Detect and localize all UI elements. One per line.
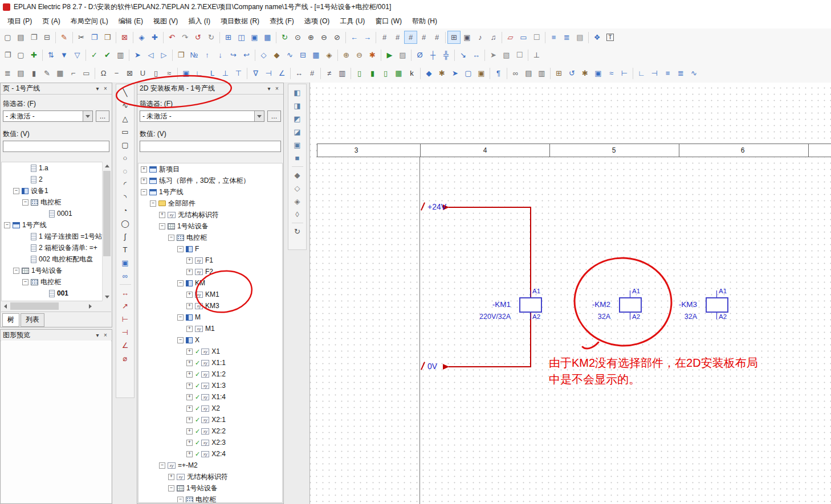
expand-icon[interactable]: + (186, 326, 193, 332)
scroll-right-icon[interactable] (86, 302, 95, 310)
tree-item-KM3[interactable]: +xyKM3 (138, 300, 282, 312)
undo-list-icon[interactable]: ↺ (192, 31, 205, 44)
rect-tool-icon[interactable]: ▭ (80, 67, 93, 80)
check-project-icon[interactable]: ✓ (88, 48, 101, 62)
component-box-KM1[interactable] (519, 297, 542, 313)
arc-center-icon[interactable]: ◜ (119, 178, 132, 191)
rect-v-icon[interactable]: ▯ (149, 67, 162, 80)
object-snap-icon[interactable]: ▣ (461, 31, 474, 44)
grid-3-icon[interactable]: # (404, 31, 417, 44)
approx-icon[interactable]: ≈ (162, 67, 176, 80)
page-down-icon[interactable]: ↓ (214, 48, 227, 62)
angle-node-icon[interactable]: ∠ (275, 67, 288, 80)
menu-item-工具 (U)[interactable]: 工具 (U) (335, 14, 370, 28)
settings-small-icon[interactable]: ✱ (366, 48, 379, 62)
expand-icon[interactable]: + (186, 269, 193, 275)
expand-icon[interactable]: + (186, 383, 193, 389)
search-icon[interactable]: ⊙ (291, 31, 304, 44)
refresh-icon[interactable]: ↻ (278, 31, 291, 44)
rotate-view-icon[interactable]: ↻ (291, 225, 304, 238)
align-icon[interactable]: ≡ (547, 31, 560, 44)
menu-item-布局空间 (L)[interactable]: 布局空间 (L) (66, 14, 113, 28)
zoom-in-icon[interactable]: ⊕ (304, 31, 317, 44)
tree-item-1号站设备[interactable]: −1号站设备 (2, 265, 102, 276)
bar-panel-icon[interactable]: ▥ (336, 67, 349, 80)
view-top-icon[interactable]: ▣ (291, 138, 304, 151)
snap-logic-icon[interactable]: ♪ (474, 31, 487, 44)
close-icon[interactable]: × (101, 332, 109, 338)
tree-item-1号站设备[interactable]: −1号站设备 (138, 220, 282, 232)
zoom-window-icon[interactable]: ⊘ (331, 31, 344, 44)
part-edit-icon[interactable]: ◇ (291, 182, 304, 195)
tree-item-X2:2[interactable]: +✓xyX2:2 (138, 425, 282, 437)
collapse-icon[interactable]: − (13, 188, 19, 194)
box-green-2-icon[interactable]: ▮ (366, 67, 379, 80)
tree-item-F2[interactable]: +xyF2 (138, 266, 282, 277)
value-input[interactable] (3, 141, 109, 152)
graphic-list-icon[interactable]: ≣ (560, 31, 573, 44)
tree-item-1号站设备[interactable]: −1号站设备 (138, 482, 282, 494)
page-copy-icon[interactable]: ❐ (27, 31, 40, 44)
panel-b-icon[interactable]: ▥ (535, 67, 548, 80)
wave-tool-icon[interactable]: ∿ (687, 67, 700, 80)
box-4-icon[interactable]: ▢ (462, 67, 475, 80)
polygon-icon[interactable]: △ (119, 112, 132, 125)
filter-dropdown[interactable]: - 未激活 - (140, 110, 264, 122)
macro-rotate-icon[interactable]: ↺ (565, 67, 579, 80)
u-loop-icon[interactable]: U (136, 67, 149, 80)
dropdown-arrow-icon[interactable] (254, 111, 264, 121)
sort-icon[interactable]: ⇅ (44, 48, 58, 62)
expand-icon[interactable]: + (186, 440, 193, 446)
window-cascade-icon[interactable]: ❐ (1, 48, 14, 62)
cut-icon[interactable]: ✂ (75, 31, 88, 44)
collapse-icon[interactable]: − (177, 337, 184, 343)
measure-icon[interactable]: Ø (413, 48, 426, 62)
macro-edge-icon[interactable]: ⊢ (618, 67, 631, 80)
dim-continued-icon[interactable]: ⊢ (119, 313, 132, 326)
design-mode-icon[interactable]: ▱ (504, 31, 517, 44)
collapse-icon[interactable]: − (4, 222, 10, 228)
circle-partial-icon[interactable]: ◌ (119, 165, 132, 178)
view-front-icon[interactable]: ■ (291, 151, 304, 165)
navigator-terminal-icon[interactable]: ⊟ (296, 48, 309, 62)
collapse-icon[interactable]: − (22, 279, 28, 285)
wrench-2-icon[interactable]: ✱ (435, 67, 449, 80)
menu-item-窗口 (W)[interactable]: 窗口 (W) (370, 14, 407, 28)
tree-item-全部部件[interactable]: −全部部件 (138, 198, 282, 209)
undo-icon[interactable]: ↶ (165, 31, 178, 44)
tree-item-电控柜[interactable]: −电控柜 (138, 494, 282, 503)
tree-item-001[interactable]: 001 (2, 288, 102, 299)
menu-item-查找 (F)[interactable]: 查找 (F) (264, 14, 299, 28)
expand-icon[interactable]: + (186, 428, 193, 435)
page-up-icon[interactable]: ↑ (201, 48, 214, 62)
omega-icon[interactable]: Ω (97, 67, 110, 80)
close-icon[interactable]: × (101, 85, 109, 92)
vertical-scrollbar-thumb[interactable] (103, 171, 111, 256)
layers-icon[interactable]: ▤ (573, 31, 586, 44)
new-icon[interactable]: ▢ (1, 31, 14, 44)
expand-icon[interactable]: + (186, 417, 193, 423)
menu-item-编辑 (E)[interactable]: 编辑 (E) (113, 14, 148, 28)
collapse-icon[interactable]: − (22, 199, 28, 206)
tree-item-电控柜[interactable]: −电控柜 (138, 232, 282, 243)
settings-wrench-icon[interactable]: ✎ (58, 31, 71, 44)
corner-dl-icon[interactable]: ∟ (193, 67, 206, 80)
tree-item-M[interactable]: −M (138, 312, 282, 323)
collapse-icon[interactable]: − (13, 268, 19, 274)
view-iso-se-icon[interactable]: ◧ (291, 86, 304, 99)
box-green-4-icon[interactable]: ▦ (392, 67, 405, 80)
goto-graphic-icon[interactable]: ➤ (131, 48, 144, 62)
clip-icon[interactable]: ∞ (509, 67, 522, 80)
collapse-icon[interactable]: − (168, 485, 174, 491)
redo-list-icon[interactable]: ↻ (205, 31, 218, 44)
expand-icon[interactable]: + (141, 166, 147, 173)
t-node-down-icon[interactable]: ⊥ (219, 67, 232, 80)
tree-item-F1[interactable]: +xyF1 (138, 255, 282, 266)
box-green-3-icon[interactable]: ▯ (379, 67, 392, 80)
dim-angle-icon[interactable]: ∠ (119, 339, 132, 352)
filter-more-button[interactable]: … (96, 110, 109, 122)
menu-item-项目数据 (R)[interactable]: 项目数据 (R) (215, 14, 264, 28)
page-macro-icon[interactable]: ▣ (248, 31, 261, 44)
navigator-cable-icon[interactable]: ∿ (283, 48, 296, 62)
pin-icon[interactable]: ▾ (265, 85, 273, 92)
